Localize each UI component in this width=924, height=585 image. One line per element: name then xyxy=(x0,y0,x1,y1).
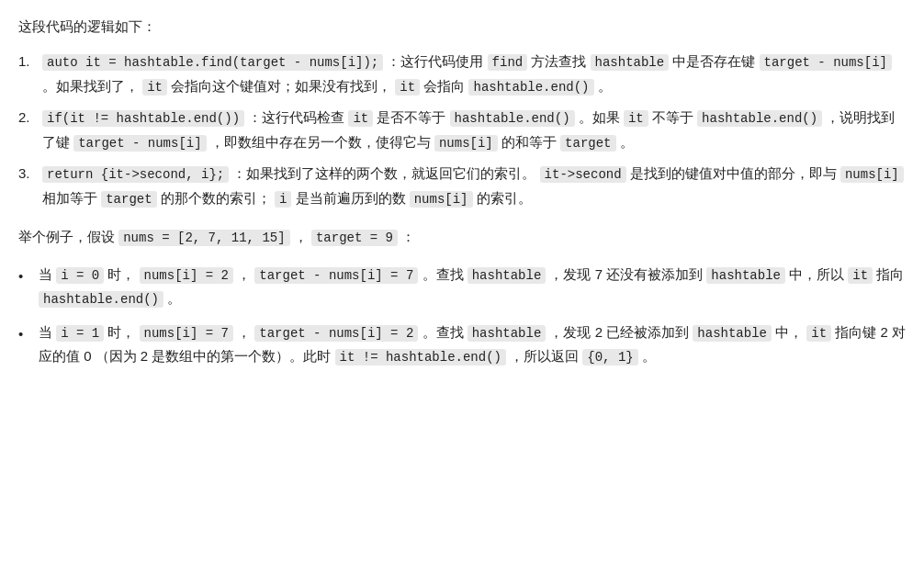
text-3-1: ：如果找到了这样的两个数，就返回它们的索引。 xyxy=(232,165,535,181)
text-2-8: 。 xyxy=(620,134,634,150)
b2-text-3: ， xyxy=(237,324,251,340)
list-number-1: 1. xyxy=(18,50,39,73)
bullet-item-1: • 当 i = 0 时， nums[i] = 2 ， target - nums… xyxy=(18,263,906,311)
b2-text-4: 。查找 xyxy=(423,324,468,340)
text-1-2: 方法查找 xyxy=(531,53,590,69)
bullet-dot-1: • xyxy=(18,264,33,288)
code-return: return {it->second, i}; xyxy=(42,166,229,183)
list-item-2: 2. if(it != hashtable.end()) ：这行代码检查 it … xyxy=(18,106,906,154)
b1-code-target7: target - nums[i] = 7 xyxy=(254,267,418,284)
code-it-4: it xyxy=(624,110,648,127)
code-it-second: it->second xyxy=(540,166,626,183)
text-2-3: 。如果 xyxy=(579,109,624,125)
text-1-3: 中是否存在键 xyxy=(672,53,759,69)
example-colon: ： xyxy=(401,229,415,244)
b1-text-2: 时， xyxy=(107,266,135,282)
code-nums-array: nums = [2, 7, 11, 15] xyxy=(118,230,289,246)
b1-text-7: 指向 xyxy=(876,266,904,282)
b1-text-6: 中，所以 xyxy=(789,266,848,282)
text-3-5: 是当前遍历到的数 xyxy=(296,190,410,206)
bullet-item-2: • 当 i = 1 时， nums[i] = 7 ， target - nums… xyxy=(18,321,906,369)
text-2-7: 的和等于 xyxy=(501,134,560,150)
code-nums-i-3: nums[i] xyxy=(410,191,473,208)
code-it-1: it xyxy=(142,79,167,96)
b2-text-8: ，所以返回 xyxy=(510,348,582,364)
b2-code-hashtable2: hashtable xyxy=(693,325,772,342)
text-1-4: 。如果找到了， xyxy=(42,78,139,94)
text-2-2: 是否不等于 xyxy=(377,109,449,125)
bullet-content-2: 当 i = 1 时， nums[i] = 7 ， target - nums[i… xyxy=(39,321,906,369)
numbered-list: 1. auto it = hashtable.find(target - num… xyxy=(18,50,906,210)
code-target-nums-i-2: target - nums[i] xyxy=(73,135,206,152)
list-content-1: auto it = hashtable.find(target - nums[i… xyxy=(42,50,906,98)
text-1-7: 。 xyxy=(598,78,612,94)
b1-code-end: hashtable.end() xyxy=(39,291,163,308)
b2-code-it: it xyxy=(806,325,831,342)
text-3-4: 的那个数的索引； xyxy=(161,190,271,206)
b2-code-i1: i = 1 xyxy=(56,325,104,342)
code-nums-i-1: nums[i] xyxy=(434,135,498,152)
b2-text-5: ，发现 2 已经被添加到 xyxy=(549,324,693,340)
text-2-6: ，即数组中存在另一个数，使得它与 xyxy=(210,134,434,150)
list-content-3: return {it->second, i}; ：如果找到了这样的两个数，就返回… xyxy=(42,162,906,210)
b1-text-5: ，发现 7 还没有被添加到 xyxy=(549,266,706,282)
list-number-3: 3. xyxy=(18,162,39,186)
b2-code-nums7: nums[i] = 7 xyxy=(140,325,233,342)
b1-code-i0: i = 0 xyxy=(56,267,104,284)
b2-code-it-end: it != hashtable.end() xyxy=(335,349,506,366)
text-1-5: 会指向这个键值对；如果没有找到， xyxy=(171,78,391,94)
b2-code-hashtable: hashtable xyxy=(468,325,547,342)
b1-code-it: it xyxy=(848,267,873,284)
bullet-content-1: 当 i = 0 时， nums[i] = 2 ， target - nums[i… xyxy=(39,263,906,311)
example-comma: ， xyxy=(294,229,311,244)
b1-text-3: ， xyxy=(237,266,251,282)
text-2-4: 不等于 xyxy=(652,109,697,125)
code-i: i xyxy=(275,191,291,208)
list-content-2: if(it != hashtable.end()) ：这行代码检查 it 是否不… xyxy=(42,106,906,154)
text-2-1: ：这行代码检查 xyxy=(248,109,348,125)
code-it-3: it xyxy=(348,110,373,127)
text-1-1: ：这行代码使用 xyxy=(387,53,487,69)
code-hashtable-end-3: hashtable.end() xyxy=(697,110,822,127)
bullet-dot-2: • xyxy=(18,322,33,346)
list-number-2: 2. xyxy=(18,106,39,129)
code-nums-i-2: nums[i] xyxy=(840,166,904,183)
code-hashtable-end-1: hashtable.end() xyxy=(468,79,593,96)
code-target-1: target xyxy=(560,135,615,152)
example-line: 举个例子，假设 nums = [2, 7, 11, 15] ， target =… xyxy=(18,225,906,250)
text-1-6: 会指向 xyxy=(423,78,468,94)
b1-text-4: 。查找 xyxy=(423,266,468,282)
b2-text-9: 。 xyxy=(642,348,656,364)
bullet-list: • 当 i = 0 时， nums[i] = 2 ， target - nums… xyxy=(18,263,906,369)
code-target-2: target xyxy=(101,191,156,208)
text-3-3: 相加等于 xyxy=(42,190,101,206)
code-target-nums-i-1: target - nums[i] xyxy=(760,54,892,71)
code-target-value: target = 9 xyxy=(311,230,398,246)
b2-text-2: 时， xyxy=(107,324,135,340)
list-item-1: 1. auto it = hashtable.find(target - num… xyxy=(18,50,906,98)
code-it-2: it xyxy=(395,79,420,96)
b1-text-1: 当 xyxy=(39,266,56,282)
section-title: 这段代码的逻辑如下： xyxy=(18,15,906,39)
text-3-6: 的索引。 xyxy=(477,190,532,206)
code-auto-it: auto it = hashtable.find(target - nums[i… xyxy=(42,54,383,71)
b2-text-6: 中， xyxy=(775,324,803,340)
text-3-2: 是找到的键值对中值的部分，即与 xyxy=(630,165,840,181)
b1-code-hashtable: hashtable xyxy=(468,267,547,284)
b1-text-8: 。 xyxy=(167,290,181,306)
code-hashtable-1: hashtable xyxy=(591,54,670,71)
code-hashtable-end-2: hashtable.end() xyxy=(450,110,575,127)
b1-code-hashtable2: hashtable xyxy=(706,267,785,284)
b2-code-result: {0, 1} xyxy=(582,349,637,366)
b2-code-target2: target - nums[i] = 2 xyxy=(254,325,418,342)
b1-code-nums2: nums[i] = 2 xyxy=(140,267,233,284)
code-find: find xyxy=(488,54,528,71)
example-intro-text: 举个例子，假设 xyxy=(18,229,118,244)
code-if-it: if(it != hashtable.end()) xyxy=(42,110,244,127)
list-item-3: 3. return {it->second, i}; ：如果找到了这样的两个数，… xyxy=(18,162,906,210)
b2-text-1: 当 xyxy=(39,324,56,340)
